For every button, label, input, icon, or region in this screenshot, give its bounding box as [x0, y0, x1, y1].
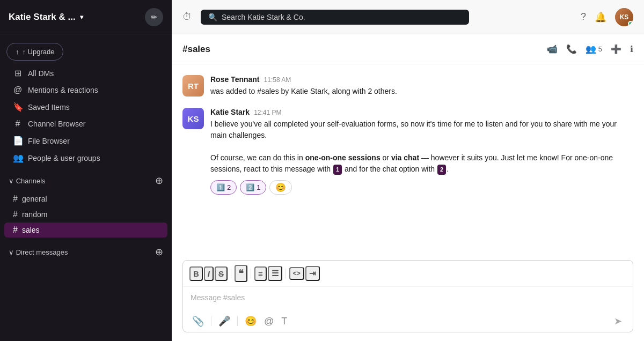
bold-button[interactable]: B: [189, 266, 203, 281]
sidebar-item-channel-browser[interactable]: # Channel Browser: [4, 116, 167, 132]
members-icon: 👥: [586, 44, 596, 54]
hash-icon: #: [13, 210, 18, 219]
search-icon: 🔍: [208, 13, 217, 21]
all-dms-icon: ⊞: [13, 68, 23, 78]
mention-button[interactable]: @: [261, 314, 276, 329]
main-header: ⏱ 🔍 Search Katie Stark & Co. ? 🔔 KS: [172, 0, 644, 34]
chevron-icon: ∨: [9, 177, 16, 185]
sidebar-item-people[interactable]: 👥 People & user groups: [4, 150, 167, 166]
channel-actions: 📹 📞 👥 5 ➕ ℹ: [547, 44, 633, 54]
indent-button[interactable]: ⇥: [305, 266, 320, 281]
workspace-chevron-icon: ▾: [80, 13, 83, 21]
add-member-button[interactable]: ➕: [611, 44, 621, 54]
channel-item-random[interactable]: # random: [4, 207, 167, 222]
emoji-button[interactable]: 😊: [242, 314, 259, 329]
message-row: RT Rose Tennant 11:58 AM was added to #s…: [182, 75, 633, 97]
add-dm-button[interactable]: ⊕: [155, 246, 163, 258]
reaction-count: 2: [227, 183, 231, 191]
message-placeholder: Message #sales: [191, 293, 245, 302]
members-button[interactable]: 👥 5: [586, 44, 602, 54]
quote-button[interactable]: ❝: [235, 265, 247, 282]
reaction-2[interactable]: 2️⃣ 1: [240, 180, 266, 195]
reaction-1[interactable]: 1️⃣ 2: [210, 180, 237, 195]
mentions-icon: @: [13, 85, 23, 95]
input-toolbar: B I S ❝ ≡ ☰ <> ⇥: [183, 261, 633, 287]
sidebar-item-label: All DMs: [28, 69, 54, 78]
message-input-box: B I S ❝ ≡ ☰ <> ⇥ Message #sales 📎 🎤 �: [182, 260, 633, 332]
people-icon: 👥: [13, 153, 23, 163]
message-time: 11:58 AM: [264, 76, 291, 84]
italic-button[interactable]: I: [204, 266, 214, 281]
ordered-list-button[interactable]: ≡: [254, 266, 267, 281]
sidebar-item-label: Channel Browser: [28, 120, 85, 128]
toolbar-divider: [211, 316, 211, 326]
format-button[interactable]: T: [279, 314, 290, 329]
code-button[interactable]: <>: [289, 267, 304, 280]
message-content: Rose Tennant 11:58 AM was added to #sale…: [210, 75, 633, 97]
message-sender: Rose Tennant: [210, 75, 260, 84]
chevron-icon: ∨: [9, 248, 16, 256]
file-browser-icon: 📄: [13, 136, 23, 146]
add-reaction-button[interactable]: 😊: [269, 180, 292, 195]
sidebar-item-label: People & user groups: [28, 154, 100, 162]
user-avatar[interactable]: KS: [615, 8, 633, 26]
avatar: RT: [182, 75, 204, 97]
upgrade-button[interactable]: ↑ ↑ Upgrade: [6, 43, 63, 61]
voice-message-button[interactable]: 🎤: [216, 314, 233, 329]
toolbar-divider: [237, 316, 238, 326]
video-call-button[interactable]: 📹: [547, 44, 558, 54]
sidebar-item-label: Mentions & reactions: [28, 86, 98, 94]
online-status-dot: [628, 21, 633, 26]
unordered-list-button[interactable]: ☰: [268, 266, 282, 281]
toolbar-divider: [231, 269, 231, 278]
channel-header: #sales 📹 📞 👥 5 ➕ ℹ: [172, 34, 644, 64]
toolbar-divider: [251, 269, 251, 278]
message-row: KS Katie Stark 12:41 PM I believe you've…: [182, 108, 633, 195]
workspace-name-text: Katie Stark & ...: [9, 12, 76, 23]
emoji-number-1: 1: [333, 165, 342, 175]
channel-browser-icon: #: [13, 119, 23, 129]
sidebar-item-mentions[interactable]: @ Mentions & reactions: [4, 82, 167, 98]
dm-section-label: ∨ Direct messages: [9, 248, 68, 256]
message-text: was added to #sales by Katie Stark, alon…: [210, 86, 633, 97]
message-header: Rose Tennant 11:58 AM: [210, 75, 633, 84]
channels-section-header[interactable]: ∨ Channels ⊕: [0, 171, 172, 191]
edit-button[interactable]: ✏: [145, 8, 163, 26]
channel-label: general: [22, 195, 47, 203]
hash-icon: #: [13, 225, 18, 235]
sidebar-item-saved[interactable]: 🔖 Saved Items: [4, 99, 167, 115]
channel-title: #sales: [182, 44, 210, 55]
bold-text: via chat: [391, 153, 419, 162]
history-icon[interactable]: ⏱: [182, 11, 192, 23]
help-icon[interactable]: ?: [581, 11, 586, 23]
dm-section-header[interactable]: ∨ Direct messages ⊕: [0, 242, 172, 262]
search-bar[interactable]: 🔍 Search Katie Stark & Co.: [201, 10, 469, 25]
channel-info-button[interactable]: ℹ: [630, 44, 633, 54]
send-button[interactable]: ➤: [610, 314, 626, 329]
channel-label: random: [22, 210, 47, 219]
add-channel-button[interactable]: ⊕: [155, 175, 163, 187]
channel-item-general[interactable]: # general: [4, 191, 167, 206]
input-bottom-toolbar: 📎 🎤 😊 @ T ➤: [183, 310, 633, 332]
voice-call-button[interactable]: 📞: [566, 44, 577, 54]
channels-section-label: ∨ Channels: [9, 177, 46, 185]
strikethrough-button[interactable]: S: [215, 266, 228, 281]
message-input-field[interactable]: Message #sales: [183, 287, 633, 310]
sidebar: Katie Stark & ... ▾ ✏ ↑ ↑ Upgrade ⊞ All …: [0, 0, 172, 341]
upgrade-label: ↑ Upgrade: [23, 48, 55, 56]
hash-icon: #: [13, 194, 18, 204]
channel-item-sales[interactable]: # sales: [4, 223, 167, 238]
sidebar-item-all-dms[interactable]: ⊞ All DMs: [4, 65, 167, 81]
sidebar-content: ↑ ↑ Upgrade ⊞ All DMs @ Mentions & react…: [0, 34, 172, 341]
search-placeholder: Search Katie Stark & Co.: [222, 13, 305, 21]
dm-section-text: Direct messages: [16, 248, 68, 256]
workspace-name[interactable]: Katie Stark & ... ▾: [9, 12, 83, 23]
sidebar-item-file-browser[interactable]: 📄 File Browser: [4, 132, 167, 149]
avatar: KS: [182, 108, 204, 129]
header-right: ? 🔔 KS: [581, 8, 633, 26]
upgrade-icon: ↑: [16, 48, 19, 56]
attach-file-button[interactable]: 📎: [189, 314, 207, 329]
notifications-icon[interactable]: 🔔: [595, 11, 606, 23]
reaction-emoji: 2️⃣: [246, 183, 254, 191]
message-sender: Katie Stark: [210, 108, 250, 116]
